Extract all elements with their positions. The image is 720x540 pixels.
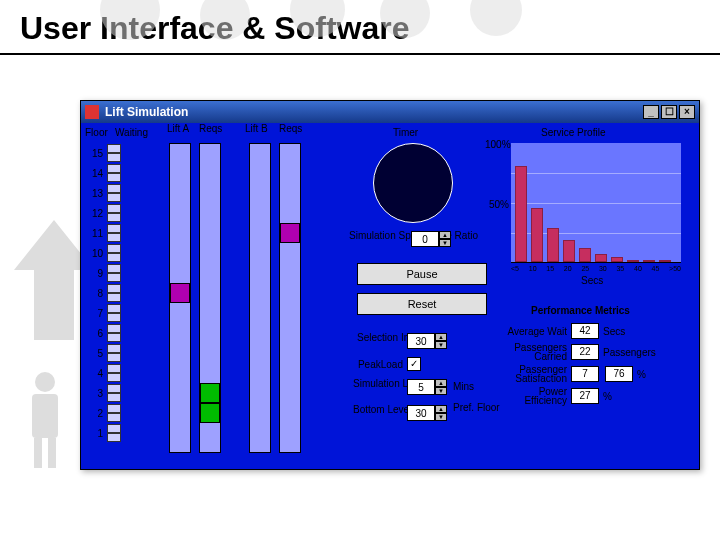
call-indicator[interactable] <box>107 164 121 173</box>
interval-label: Selection Interval <box>357 333 403 342</box>
call-indicator[interactable] <box>107 284 121 293</box>
floor-label: 10 <box>87 248 105 259</box>
lift-shaft-b <box>249 143 271 453</box>
lift-simulation-window: Lift Simulation _ ☐ × Floor Waiting Lift… <box>80 100 700 470</box>
metric-unit: Secs <box>599 326 625 337</box>
spinner-up-icon[interactable]: ▲ <box>439 231 451 239</box>
call-indicator[interactable] <box>107 144 121 153</box>
call-indicator[interactable] <box>107 433 121 442</box>
header-lift-b: Lift B <box>245 123 268 134</box>
app-icon <box>85 105 99 119</box>
floor-label: 9 <box>87 268 105 279</box>
metric-power: Power Efficiency 27 % <box>501 387 691 405</box>
floor-label: 15 <box>87 148 105 159</box>
spinner-down-icon[interactable]: ▼ <box>435 413 447 421</box>
call-indicator[interactable] <box>107 213 121 222</box>
floor-label: 13 <box>87 188 105 199</box>
metrics-header: Performance Metrics <box>531 305 630 316</box>
header-reqs-b: Reqs <box>279 123 302 134</box>
lift-car-a <box>170 283 190 303</box>
metrics-panel: Average Wait 42 Secs Passengers Carried … <box>501 323 691 409</box>
simlen-input[interactable] <box>407 379 435 395</box>
maximize-button[interactable]: ☐ <box>661 105 677 119</box>
chart-y100: 100% <box>485 139 511 150</box>
floor-label: 4 <box>87 368 105 379</box>
call-indicator[interactable] <box>107 224 121 233</box>
svg-rect-1 <box>32 394 58 438</box>
call-indicator[interactable] <box>107 333 121 342</box>
call-indicator[interactable] <box>107 364 121 373</box>
sim-speed-spinner: ▲▼ <box>411 231 451 247</box>
close-button[interactable]: × <box>679 105 695 119</box>
pause-button[interactable]: Pause <box>357 263 487 285</box>
chart-y50: 50% <box>489 199 509 210</box>
call-indicator[interactable] <box>107 313 121 322</box>
header-service-profile: Service Profile <box>541 127 605 138</box>
call-indicator[interactable] <box>107 233 121 242</box>
simlen-spinner: ▲▼ <box>407 379 447 395</box>
spinner-up-icon[interactable]: ▲ <box>435 379 447 387</box>
call-indicator[interactable] <box>107 253 121 262</box>
call-indicator[interactable] <box>107 293 121 302</box>
metric-value: 7 <box>571 366 599 382</box>
bottom-spinner: ▲▼ <box>407 405 447 421</box>
call-indicator[interactable] <box>107 184 121 193</box>
call-indicator[interactable] <box>107 393 121 402</box>
svg-rect-2 <box>34 438 42 468</box>
sim-speed-input[interactable] <box>411 231 439 247</box>
metric-label: Power Efficiency <box>501 387 571 405</box>
interval-spinner: ▲▼ <box>407 333 447 349</box>
call-indicator[interactable] <box>107 344 121 353</box>
call-indicator[interactable] <box>107 273 121 282</box>
call-indicator[interactable] <box>107 424 121 433</box>
metric-satisfaction: Passenger Satisfaction 7 76 % <box>501 365 691 383</box>
call-indicator[interactable] <box>107 384 121 393</box>
peakload-label: PeakLoad <box>353 359 403 370</box>
chart-grid <box>511 143 681 263</box>
floor-label: 5 <box>87 348 105 359</box>
chart-bar <box>563 240 575 262</box>
simlen-label: Simulation Length <box>353 379 403 388</box>
chart-bar <box>531 208 543 262</box>
floor-label: 7 <box>87 308 105 319</box>
call-indicator[interactable] <box>107 304 121 313</box>
chart-bar <box>659 260 671 262</box>
lift-car-b <box>280 223 300 243</box>
reset-button[interactable]: Reset <box>357 293 487 315</box>
floor-label: 3 <box>87 388 105 399</box>
titlebar[interactable]: Lift Simulation _ ☐ × <box>81 101 699 123</box>
metric-value: 42 <box>571 323 599 339</box>
chart-bar <box>595 254 607 262</box>
call-indicator[interactable] <box>107 204 121 213</box>
call-indicator[interactable] <box>107 324 121 333</box>
call-indicator[interactable] <box>107 353 121 362</box>
spinner-down-icon[interactable]: ▼ <box>435 387 447 395</box>
peakload-checkbox[interactable]: ✓ <box>407 357 421 371</box>
req-marker-a <box>200 403 220 423</box>
call-indicator[interactable] <box>107 413 121 422</box>
spinner-down-icon[interactable]: ▼ <box>439 239 451 247</box>
spinner-up-icon[interactable]: ▲ <box>435 333 447 341</box>
call-indicator[interactable] <box>107 193 121 202</box>
bottom-input[interactable] <box>407 405 435 421</box>
svg-rect-3 <box>48 438 56 468</box>
call-indicator[interactable] <box>107 244 121 253</box>
minimize-button[interactable]: _ <box>643 105 659 119</box>
call-indicator[interactable] <box>107 173 121 182</box>
spinner-down-icon[interactable]: ▼ <box>435 341 447 349</box>
floor-label: 1 <box>87 428 105 439</box>
metric-value-2: 76 <box>605 366 633 382</box>
floor-label: 14 <box>87 168 105 179</box>
spinner-up-icon[interactable]: ▲ <box>435 405 447 413</box>
bottom-label: Bottom Level <box>353 405 403 414</box>
call-indicator[interactable] <box>107 404 121 413</box>
call-indicator[interactable] <box>107 153 121 162</box>
chart-bar <box>579 248 591 262</box>
timer-dial <box>373 143 453 223</box>
interval-input[interactable] <box>407 333 435 349</box>
call-indicator[interactable] <box>107 373 121 382</box>
call-indicator[interactable] <box>107 264 121 273</box>
chart-bar <box>515 166 527 262</box>
floor-label: 6 <box>87 328 105 339</box>
svg-point-0 <box>35 372 55 392</box>
